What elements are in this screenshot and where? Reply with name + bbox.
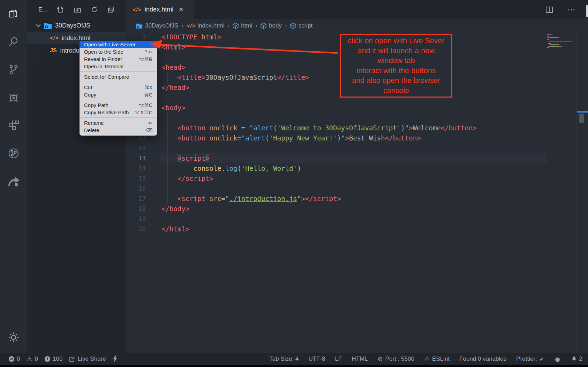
menu-item-label: Delete [84,127,99,133]
extensions-icon[interactable] [0,112,27,139]
menu-item-open-with-live-server[interactable]: Open with Live Server [80,41,157,48]
breadcrumb-item-30daysofjs[interactable]: 30DaysOfJS [136,22,178,29]
status-eslint[interactable]: ⚠ESLint [424,355,450,362]
status-0[interactable]: ✕0 [9,355,20,362]
code-line-20[interactable]: 20</html> [126,224,588,234]
tab-index-html[interactable]: </> index.html ✕ [126,0,194,19]
indent-guide [167,72,168,83]
code-text: </script> [161,174,213,184]
code-line-16[interactable]: 16 [126,184,588,194]
menu-item-shortcut: ^ ↩ [145,49,152,55]
circle-branch-icon[interactable] [0,139,27,167]
html-file-icon: </> [133,7,141,13]
collapse-all-icon[interactable] [107,6,115,13]
status-label: LF [335,355,342,362]
search-icon[interactable] [0,28,27,56]
warning-icon: ⚠ [424,356,430,362]
menu-item-label: Copy [84,92,96,98]
status-prettier[interactable]: Prettier:✔ [516,355,544,362]
breadcrumb: 30DaysOfJS›</>index.html›html›body›scrip… [126,19,588,32]
status-label: 0 [35,355,38,362]
menu-item-label: Rename [84,120,104,126]
breadcrumb-item-script[interactable]: script [290,22,313,29]
status-2[interactable]: 2 [571,355,582,362]
new-folder-icon[interactable] [74,6,81,13]
code-line-10[interactable]: 10 <button onclick = "alert('Welcome to … [126,123,588,133]
tree-indent-guide [38,32,38,57]
code-line-19[interactable]: 19 [126,214,588,224]
menu-item-label: Open with Live Server [84,41,136,47]
menu-item-open-to-the-side[interactable]: Open to the Side^ ↩ [80,48,157,55]
breadcrumb-item-body[interactable]: body [261,22,282,29]
status-port-5500[interactable]: ⊘Port : 5500 [378,355,414,362]
source-control-icon[interactable] [0,56,27,84]
menu-item-open-in-terminal[interactable]: Open in Terminal [80,63,157,70]
line-number: 14 [126,163,146,174]
code-line-15[interactable]: 15 </script> [126,174,588,184]
menu-item-copy-relative-path[interactable]: Copy Relative Path⌥⇧⌘C [80,109,157,116]
refresh-icon[interactable] [91,6,98,13]
share-arrow-icon[interactable] [0,167,27,195]
status-lightning-icon[interactable] [113,355,117,362]
code-line-9[interactable]: 9 [126,113,588,123]
status-bar: ✕0⚠0i100Live Share Tab Size: 4UTF-8LFHTM… [0,353,588,365]
folder-label: 30DaysOfJS [55,22,90,29]
code-line-12[interactable]: 12 [126,143,588,153]
run-debug-icon[interactable] [0,84,27,112]
code-line-8[interactable]: 8<body> [126,103,588,113]
status-100[interactable]: i100 [45,355,62,362]
code-text: <button onclick = "alert('Welcome to 30D… [161,123,477,133]
status-label: ESLint [432,355,450,362]
menu-item-shortcut: ⌥⌘R [138,56,152,62]
menu-item-cut[interactable]: Cut⌘X [80,84,157,91]
more-actions-icon[interactable]: ⋯ [567,5,575,14]
menu-separator [80,117,157,118]
status-utf-8[interactable]: UTF-8 [308,355,325,362]
breadcrumb-label: script [299,22,313,29]
status-lf[interactable]: LF [335,355,342,362]
status-0[interactable]: ⚠0 [27,355,38,362]
status-label: Prettier: [516,355,537,362]
menu-separator [80,82,157,82]
settings-gear-icon[interactable] [0,330,27,344]
status-tab-size-4[interactable]: Tab Size: 4 [269,355,299,362]
menu-item-delete[interactable]: Delete⌫ [80,127,157,134]
warning-icon: ⚠ [27,356,32,362]
menu-separator [80,71,157,72]
line-number: 20 [126,224,146,234]
symbol-icon [233,23,239,29]
code-text: <!DOCTYPE html> [161,32,221,42]
breadcrumb-separator: › [181,22,183,29]
status-smiley-icon[interactable]: ☻ [553,355,561,363]
status-html[interactable]: HTML [352,355,368,362]
code-line-17[interactable]: 17 <script src="./introduction.js"></scr… [126,194,588,204]
code-line-18[interactable]: 18</body> [126,204,588,214]
menu-item-select-for-compare[interactable]: Select for Compare [80,73,157,81]
code-text: </html> [161,224,189,234]
tree-folder-30daysofjs[interactable]: 30DaysOfJS [27,19,126,32]
status-live-share[interactable]: Live Share [69,355,106,362]
line-number: 18 [126,204,146,214]
menu-item-copy-path[interactable]: Copy Path⌥⌘C [80,101,157,109]
breadcrumb-item-html[interactable]: html [233,22,252,29]
folder-icon [44,22,52,29]
minimap[interactable] [547,34,578,49]
line-number: 15 [126,174,146,184]
explorer-icon[interactable] [0,0,27,28]
menu-item-shortcut: ⌥⇧⌘C [134,110,152,115]
scrollbar-thumb[interactable] [579,114,584,123]
breadcrumb-separator: › [255,22,257,29]
code-line-13[interactable]: 13 <script> [126,153,588,163]
code-line-14[interactable]: 14 console.log('Hello, World') [126,163,588,174]
new-file-icon[interactable] [57,6,64,13]
status-found-0-variables[interactable]: Found 0 variables [459,355,506,362]
split-editor-icon[interactable] [546,7,553,13]
minimap-line [547,49,578,49]
close-icon[interactable]: ✕ [179,6,183,13]
breadcrumb-item-index-html[interactable]: </>index.html [187,22,225,29]
menu-item-rename[interactable]: Rename↩ [80,119,157,127]
code-line-11[interactable]: 11 <button onclick="alert('Happy New Yea… [126,133,588,143]
menu-item-reveal-in-finder[interactable]: Reveal in Finder⌥⌘R [80,55,157,63]
line-number: 19 [126,214,146,224]
menu-item-copy[interactable]: Copy⌘C [80,91,157,98]
